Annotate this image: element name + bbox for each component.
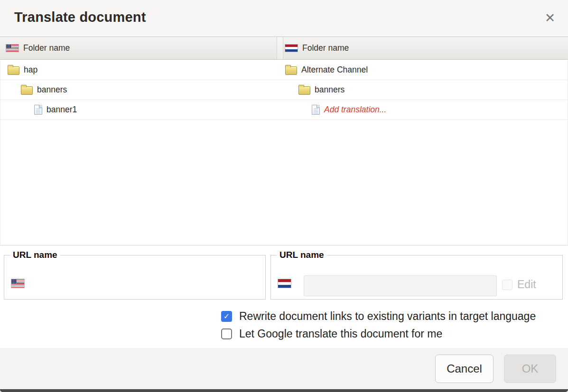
rewrite-links-checkbox[interactable] bbox=[221, 311, 232, 322]
target-url-name-fieldset: URL name Edit bbox=[270, 250, 563, 300]
folder-tree: hap Alternate Channel banners banners ba… bbox=[0, 60, 568, 246]
folder-label: banners bbox=[315, 85, 345, 95]
add-translation-link[interactable]: Add translation... bbox=[324, 105, 386, 115]
tree-row: banner1 Add translation... bbox=[0, 100, 568, 120]
document-icon bbox=[34, 105, 42, 115]
translation-options: Rewrite document links to existing varia… bbox=[221, 310, 536, 345]
folder-icon bbox=[298, 86, 310, 95]
document-label: banner1 bbox=[47, 105, 77, 115]
close-icon[interactable]: ✕ bbox=[541, 9, 559, 27]
document-icon bbox=[312, 105, 320, 115]
translate-document-dialog: Translate document ✕ Folder name Folder … bbox=[0, 0, 568, 392]
target-folder-alternate-channel: Alternate Channel bbox=[278, 60, 568, 80]
folder-label: hap bbox=[24, 65, 37, 75]
google-translate-label: Let Google translate this document for m… bbox=[239, 328, 442, 340]
cancel-button[interactable]: Cancel bbox=[435, 355, 494, 383]
dialog-title: Translate document bbox=[14, 9, 146, 25]
source-column-label: Folder name bbox=[23, 43, 70, 53]
tree-row: banners banners bbox=[0, 80, 568, 100]
source-url-name-legend: URL name bbox=[10, 250, 60, 260]
folder-label: banners bbox=[37, 85, 67, 95]
target-column-header: Folder name bbox=[283, 37, 568, 59]
source-folder-hap: hap bbox=[0, 60, 278, 80]
folder-icon bbox=[8, 66, 19, 75]
source-folder-banners: banners bbox=[0, 80, 278, 100]
source-url-name-fieldset: URL name bbox=[4, 250, 266, 300]
dialog-bottom-edge bbox=[0, 389, 568, 392]
dialog-footer: Cancel OK bbox=[0, 348, 568, 389]
target-column-label: Folder name bbox=[302, 43, 349, 53]
target-url-name-input[interactable] bbox=[304, 275, 497, 296]
target-url-name-legend: URL name bbox=[277, 250, 327, 260]
target-folder-banners: banners bbox=[278, 80, 568, 100]
us-flag-icon bbox=[11, 279, 24, 288]
column-divider bbox=[277, 37, 283, 59]
option-row: Rewrite document links to existing varia… bbox=[221, 310, 536, 323]
folder-label: Alternate Channel bbox=[301, 65, 368, 75]
google-translate-checkbox[interactable] bbox=[221, 328, 232, 339]
edit-checkbox-label: Edit bbox=[517, 278, 536, 291]
source-column-header: Folder name bbox=[0, 37, 277, 59]
target-document-slot: Add translation... bbox=[278, 100, 568, 119]
nl-flag-icon bbox=[285, 45, 298, 52]
us-flag-icon bbox=[6, 45, 19, 52]
rewrite-links-label: Rewrite document links to existing varia… bbox=[239, 310, 536, 323]
source-document-banner1: banner1 bbox=[0, 100, 278, 119]
dialog-titlebar: Translate document ✕ bbox=[0, 0, 568, 36]
folder-icon bbox=[21, 86, 33, 95]
edit-checkbox[interactable] bbox=[502, 280, 512, 290]
ok-button[interactable]: OK bbox=[504, 355, 556, 383]
folder-icon bbox=[285, 66, 297, 75]
option-row: Let Google translate this document for m… bbox=[221, 327, 536, 340]
nl-flag-icon bbox=[278, 279, 291, 288]
tree-header: Folder name Folder name bbox=[0, 36, 568, 60]
tree-row: hap Alternate Channel bbox=[0, 60, 568, 80]
